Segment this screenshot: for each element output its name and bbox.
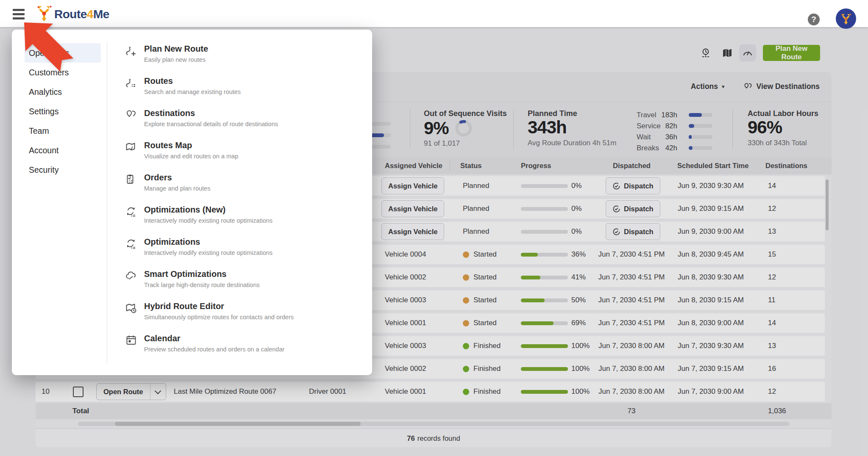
help-icon[interactable]: ? <box>808 14 820 25</box>
menu-item-subtitle: Preview scheduled routes and orders on a… <box>144 346 284 353</box>
destinations-icon <box>125 109 137 121</box>
routes-map-icon <box>125 141 137 153</box>
smart-optimizations-icon <box>125 270 137 282</box>
menu-item-destinations[interactable]: Destinations Explore transactional detai… <box>125 108 372 141</box>
logo-text: Route4Me <box>54 8 109 21</box>
menu-item-subtitle: Easily plan new routes <box>144 56 206 63</box>
route4me-app: Plan New Route Actions ▾ View Destinatio… <box>0 0 868 456</box>
menu-item-smart-optimizations[interactable]: Smart Optimizations Track large high-den… <box>125 269 372 301</box>
menu-item-calendar[interactable]: Calendar Preview scheduled routes and or… <box>125 334 372 366</box>
sidebar-item-team[interactable]: Team <box>25 121 101 141</box>
menu-item-title: Hybrid Route Editor <box>144 301 224 311</box>
menu-item-hybrid-route-editor[interactable]: Hybrid Route Editor Simultaneously optim… <box>125 301 372 334</box>
top-bar: Route4Me ? <box>0 0 868 27</box>
plan-new-route-icon <box>125 45 137 56</box>
optimizations-new-icon <box>125 206 137 217</box>
menu-sections: OperationsCustomersAnalyticsSettingsTeam… <box>12 30 107 375</box>
menu-item-subtitle: Interactively modify existing route opti… <box>144 217 273 224</box>
menu-item-title: Orders <box>144 173 172 182</box>
route4me-logo-icon <box>35 3 53 23</box>
menu-item-title: Smart Optimizations <box>144 269 226 279</box>
navigation-mega-menu: OperationsCustomersAnalyticsSettingsTeam… <box>12 30 372 375</box>
sidebar-item-analytics[interactable]: Analytics <box>25 82 101 102</box>
routes-icon <box>125 77 137 88</box>
sidebar-item-customers[interactable]: Customers <box>25 63 101 82</box>
menu-item-subtitle: Interactively modify existing route opti… <box>144 249 273 256</box>
menu-item-title: Optimizations <box>144 237 200 247</box>
menu-item-orders[interactable]: Orders Manage and plan routes <box>125 173 372 205</box>
route4me-logo[interactable]: Route4Me <box>35 3 109 23</box>
menu-item-title: Routes <box>144 76 173 86</box>
menu-item-title: Plan New Route <box>144 44 208 54</box>
menu-item-optimizations[interactable]: Optimizations Interactively modify exist… <box>125 237 372 269</box>
menu-item-subtitle: Visualize and edit routes on a map <box>144 153 238 160</box>
menu-item-subtitle: Explore transactional details of route d… <box>144 121 278 127</box>
menu-items: Plan New Route Easily plan new routes Ro… <box>107 30 372 375</box>
menu-item-title: Destinations <box>144 108 195 118</box>
menu-item-title: Routes Map <box>144 141 192 150</box>
menu-item-subtitle: Search and manage existing routes <box>144 88 241 95</box>
avatar[interactable] <box>836 8 856 29</box>
sidebar-item-security[interactable]: Security <box>25 160 101 180</box>
sidebar-item-account[interactable]: Account <box>25 141 101 160</box>
sidebar-item-operations[interactable]: Operations <box>25 43 101 63</box>
calendar-icon <box>125 334 137 346</box>
menu-item-subtitle: Simultaneously optimize routes for conta… <box>144 314 294 321</box>
menu-item-title: Calendar <box>144 334 181 343</box>
menu-item-routes[interactable]: Routes Search and manage existing routes <box>125 76 372 108</box>
orders-icon <box>125 174 137 185</box>
menu-item-subtitle: Manage and plan routes <box>144 185 210 192</box>
menu-item-optimizations-new-[interactable]: Optimizations (New) Interactively modify… <box>125 205 372 237</box>
hybrid-route-editor-icon <box>125 302 137 314</box>
sidebar-item-settings[interactable]: Settings <box>25 102 101 121</box>
menu-item-plan-new-route[interactable]: Plan New Route Easily plan new routes <box>125 44 372 76</box>
avatar-logo-icon <box>840 12 852 25</box>
menu-item-routes-map[interactable]: Routes Map Visualize and edit routes on … <box>125 141 372 173</box>
menu-item-title: Optimizations (New) <box>144 205 225 215</box>
menu-item-subtitle: Track large high-density route destinati… <box>144 282 260 288</box>
optimizations-icon <box>125 238 137 249</box>
